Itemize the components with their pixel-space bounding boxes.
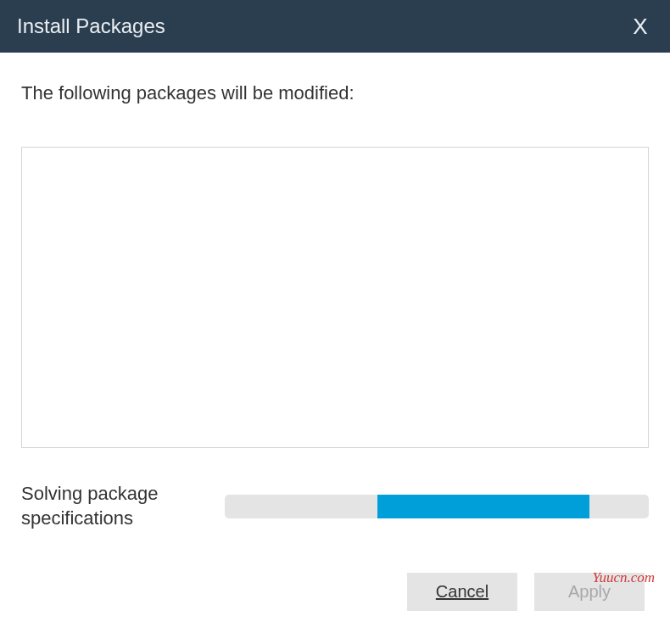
- progress-label: Solving package specifications: [21, 482, 208, 530]
- apply-button: Apply: [534, 573, 645, 611]
- dialog-content: The following packages will be modified:…: [0, 53, 670, 611]
- titlebar: Install Packages X: [0, 0, 670, 53]
- package-list[interactable]: [21, 147, 649, 448]
- progress-row: Solving package specifications: [21, 482, 649, 530]
- dialog-title: Install Packages: [17, 14, 165, 38]
- close-icon[interactable]: X: [628, 14, 653, 40]
- button-row: Cancel Apply: [21, 573, 649, 611]
- progress-bar: [225, 495, 649, 518]
- cancel-button[interactable]: Cancel: [407, 573, 517, 611]
- progress-fill: [377, 495, 589, 518]
- heading-text: The following packages will be modified:: [21, 82, 649, 104]
